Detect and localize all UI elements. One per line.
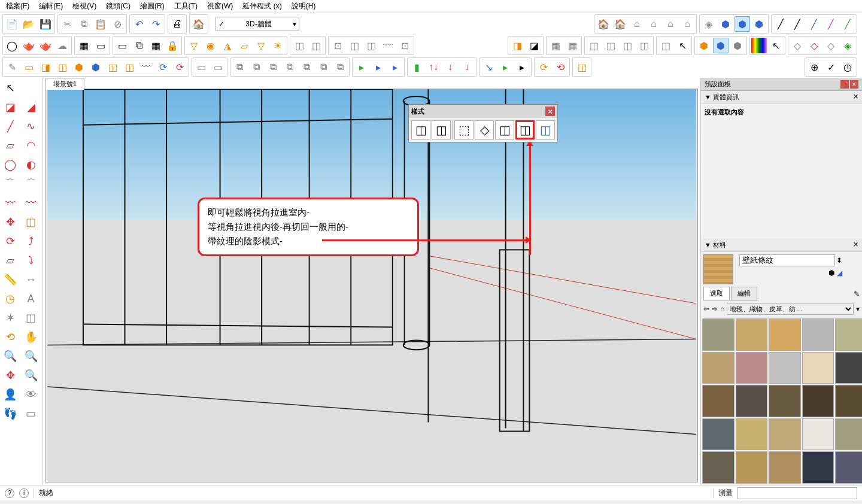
- r2-31-icon[interactable]: ◫: [658, 38, 673, 53]
- collapse-icon[interactable]: ✕: [853, 93, 858, 102]
- house2-icon[interactable]: 🏠: [612, 16, 628, 32]
- style-thumb-3[interactable]: ⬚: [454, 120, 474, 139]
- r3-7-icon[interactable]: ◫: [105, 59, 120, 75]
- layer-dropdown[interactable]: ✓ 3D-牆體 ▾: [216, 17, 299, 31]
- style-thumb-5[interactable]: ◫: [495, 120, 514, 139]
- r3-12-icon[interactable]: ▭: [193, 59, 209, 75]
- zoomwin-icon[interactable]: 🔍: [22, 347, 40, 365]
- menu-file[interactable]: 檔案(F): [2, 0, 33, 13]
- r3-32-icon[interactable]: ⟲: [553, 59, 568, 75]
- r2-6-icon[interactable]: ▭: [93, 38, 108, 53]
- nav-back-icon[interactable]: ⇦: [703, 305, 709, 313]
- r2-38-icon[interactable]: ◇: [790, 38, 805, 53]
- house6-icon[interactable]: ⌂: [679, 16, 695, 32]
- r2-29-icon[interactable]: ◫: [620, 38, 635, 53]
- curve-icon[interactable]: 〰: [1, 194, 19, 212]
- material-color-icon[interactable]: ◢: [837, 269, 842, 277]
- pie-icon[interactable]: ◐: [22, 156, 40, 174]
- 3dtext-icon[interactable]: ◫: [22, 309, 40, 327]
- material-category-select[interactable]: 地毯、織物、皮革、紡…: [727, 303, 854, 315]
- text-icon[interactable]: A: [22, 290, 40, 308]
- house4-icon[interactable]: ⌂: [646, 16, 661, 32]
- material-thumb[interactable]: [702, 385, 734, 417]
- scale-icon[interactable]: ▱: [1, 251, 19, 269]
- pan-icon[interactable]: ✋: [22, 328, 40, 346]
- orbit-icon[interactable]: ⟲: [1, 328, 19, 346]
- axes-icon[interactable]: ✶: [1, 309, 19, 327]
- line2-icon[interactable]: ╱: [790, 16, 805, 32]
- style-thumb-4[interactable]: ◇: [475, 120, 494, 139]
- style-thumb-1[interactable]: ◫: [411, 120, 430, 139]
- teapot-icon[interactable]: 🫖: [21, 38, 37, 53]
- tool-a-icon[interactable]: ◈: [701, 16, 717, 32]
- r3-22-icon[interactable]: ▸: [371, 59, 386, 75]
- material-thumb[interactable]: [769, 352, 801, 384]
- tool-b-icon[interactable]: ⬢: [718, 16, 733, 32]
- material-thumb[interactable]: [835, 385, 862, 417]
- styles-popup-header[interactable]: 樣式 ✕: [409, 105, 557, 118]
- r2-22-icon[interactable]: ⊡: [397, 38, 412, 53]
- style-thumb-7[interactable]: ◫: [536, 120, 555, 139]
- material-thumb[interactable]: [802, 318, 834, 351]
- zoom-icon[interactable]: 🔍: [1, 347, 19, 365]
- material-thumb[interactable]: [702, 418, 734, 451]
- r3-26-icon[interactable]: ↓: [442, 59, 458, 75]
- gradient-icon[interactable]: [751, 38, 767, 53]
- r3-4-icon[interactable]: ◫: [54, 59, 70, 75]
- r3-2-icon[interactable]: ▭: [21, 59, 37, 75]
- eraser-icon[interactable]: ◪: [1, 98, 19, 116]
- r2-25-icon[interactable]: ▦: [548, 38, 563, 53]
- r3-14-icon[interactable]: ⧉: [232, 59, 247, 75]
- material-thumb[interactable]: [736, 385, 768, 417]
- r3-35-icon[interactable]: ✓: [823, 59, 839, 75]
- tape-icon[interactable]: 📏: [1, 271, 19, 289]
- delete-icon[interactable]: ⊘: [110, 16, 125, 32]
- material-thumb[interactable]: [769, 418, 801, 451]
- r2-40-icon[interactable]: ◇: [823, 38, 839, 53]
- arc3-icon[interactable]: ⌒: [22, 175, 40, 193]
- nav-fwd-icon[interactable]: ⇨: [712, 305, 718, 313]
- r2-33-icon[interactable]: ⬢: [696, 38, 712, 53]
- r2-28-icon[interactable]: ◫: [603, 38, 618, 53]
- line-icon[interactable]: ╱: [1, 117, 19, 135]
- nav-menu-icon[interactable]: ▾: [856, 305, 860, 313]
- material-thumb[interactable]: [769, 318, 801, 351]
- save-file-icon[interactable]: 💾: [38, 16, 53, 32]
- circle-icon[interactable]: ◯: [1, 156, 19, 174]
- r2-23-icon[interactable]: ◨: [509, 38, 525, 53]
- undo-icon[interactable]: ↶: [131, 16, 147, 32]
- close-icon[interactable]: ✕: [545, 107, 555, 116]
- pushpull-icon[interactable]: ◫: [22, 213, 40, 231]
- r3-9-icon[interactable]: 〰: [138, 59, 154, 75]
- cursor-icon[interactable]: ↖: [675, 38, 690, 53]
- r3-15-icon[interactable]: ⧉: [248, 59, 264, 75]
- r2-7-icon[interactable]: ▭: [114, 38, 130, 53]
- pointer-icon[interactable]: ↖: [768, 38, 784, 53]
- lt-3-icon[interactable]: ◢: [22, 98, 40, 116]
- material-thumb[interactable]: [769, 451, 801, 484]
- r3-24-icon[interactable]: ▮: [409, 59, 424, 75]
- sun-icon[interactable]: ☀: [270, 38, 286, 53]
- r2-15-icon[interactable]: ▽: [253, 38, 269, 53]
- line1-icon[interactable]: ╱: [773, 16, 788, 32]
- material-thumb[interactable]: [702, 318, 734, 351]
- r3-21-icon[interactable]: ▸: [354, 59, 369, 75]
- cloud-icon[interactable]: ☁: [54, 38, 70, 53]
- tool-c-icon[interactable]: ⬢: [734, 16, 750, 32]
- material-browse-icon[interactable]: ⬍: [836, 256, 842, 265]
- r2-18-icon[interactable]: ⊡: [330, 38, 345, 53]
- r3-28-icon[interactable]: ↘: [481, 59, 496, 75]
- r2-27-icon[interactable]: ◫: [586, 38, 602, 53]
- material-thumb[interactable]: [802, 385, 834, 417]
- style-thumb-shaded-texture[interactable]: ◫: [515, 120, 535, 139]
- r2-20-icon[interactable]: ◫: [363, 38, 379, 53]
- material-thumb[interactable]: [802, 352, 834, 384]
- cube1-icon[interactable]: ◫: [292, 38, 307, 53]
- scene-tab[interactable]: 場景號1: [45, 78, 84, 90]
- r3-23-icon[interactable]: ▸: [387, 59, 403, 75]
- r2-41-icon[interactable]: ◈: [840, 38, 855, 53]
- pen-icon[interactable]: ✎: [4, 59, 20, 75]
- arc-icon[interactable]: ◠: [22, 136, 40, 154]
- menu-draw[interactable]: 繪圖(R): [136, 0, 168, 13]
- r2-35-icon[interactable]: ⬢: [730, 38, 745, 53]
